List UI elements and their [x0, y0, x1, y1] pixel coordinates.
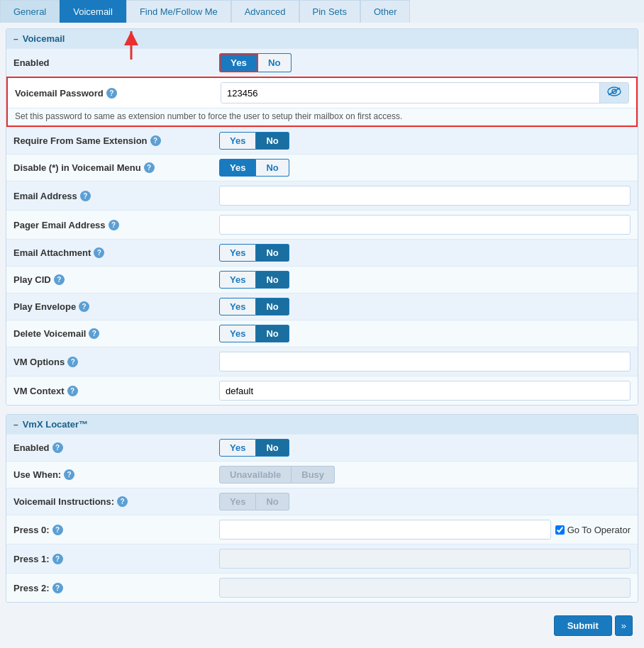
vmx-enabled-help-icon[interactable]: ? — [52, 442, 63, 453]
disable-star-value: Yes No — [219, 159, 631, 177]
disable-star-yes-btn[interactable]: Yes — [219, 159, 256, 177]
tab-advanced[interactable]: Advanced — [231, 0, 299, 23]
press0-help-icon[interactable]: ? — [52, 525, 63, 535]
password-input[interactable] — [221, 83, 599, 103]
instructions-no-btn[interactable]: No — [256, 493, 289, 510]
main-content: – Voicemail Enabled Yes No Voicemail Pas… — [0, 23, 644, 646]
password-eye-button[interactable] — [599, 83, 628, 103]
play-cid-yes-btn[interactable]: Yes — [219, 271, 256, 289]
email-attach-help-icon[interactable]: ? — [94, 247, 104, 258]
voicemail-section-title: Voicemail — [23, 33, 65, 44]
email-help-icon[interactable]: ? — [80, 191, 91, 201]
email-row: Email Address ? — [6, 181, 638, 210]
vm-options-help-icon[interactable]: ? — [67, 357, 78, 367]
press2-input[interactable] — [219, 578, 631, 598]
vm-options-row: VM Options ? — [6, 347, 638, 376]
instructions-label: Voicemail Instructions: ? — [13, 496, 219, 507]
vm-context-help-icon[interactable]: ? — [67, 386, 78, 396]
vmx-collapse-icon[interactable]: – — [13, 420, 18, 430]
require-toggle: Yes No — [219, 132, 289, 150]
require-row: Require From Same Extension ? Yes No — [6, 127, 638, 154]
play-envelope-no-btn[interactable]: No — [256, 298, 289, 315]
vm-context-input[interactable] — [219, 381, 631, 401]
email-attach-no-btn[interactable]: No — [256, 244, 289, 262]
disable-star-row: Disable (*) in Voicemail Menu ? Yes No — [6, 154, 638, 181]
disable-star-toggle: Yes No — [219, 159, 289, 177]
tab-findme[interactable]: Find Me/Follow Me — [126, 0, 231, 23]
instructions-help-icon[interactable]: ? — [117, 496, 128, 507]
use-when-row: Use When: ? Unavailable Busy — [6, 461, 638, 488]
email-input[interactable] — [219, 186, 631, 206]
play-envelope-toggle: Yes No — [219, 298, 289, 315]
play-cid-toggle: Yes No — [219, 271, 289, 289]
delete-vm-no-btn[interactable]: No — [256, 325, 289, 342]
go-to-operator-text: Go To Operator — [567, 525, 631, 535]
press2-label: Press 2: ? — [13, 583, 219, 593]
play-envelope-value: Yes No — [219, 298, 631, 315]
disable-star-help-icon[interactable]: ? — [144, 162, 155, 173]
email-attach-yes-btn[interactable]: Yes — [219, 244, 256, 262]
use-when-busy-btn[interactable]: Busy — [292, 466, 335, 484]
disable-star-no-btn[interactable]: No — [256, 159, 289, 177]
password-value-area — [221, 82, 629, 104]
go-to-operator-label: Go To Operator — [555, 525, 631, 535]
password-help-icon[interactable]: ? — [106, 88, 117, 99]
press1-help-icon[interactable]: ? — [52, 554, 63, 564]
require-help-icon[interactable]: ? — [150, 135, 161, 146]
instructions-value: Yes No — [219, 493, 631, 510]
delete-vm-row: Delete Voicemail ? Yes No — [6, 320, 638, 347]
tab-other[interactable]: Other — [360, 0, 411, 23]
press0-label: Press 0: ? — [13, 525, 219, 535]
pager-input[interactable] — [219, 215, 631, 235]
enabled-row: Enabled Yes No — [6, 48, 638, 77]
tab-general[interactable]: General — [0, 0, 60, 23]
vm-options-value — [219, 352, 631, 372]
play-cid-no-btn[interactable]: No — [256, 271, 289, 289]
play-envelope-help-icon[interactable]: ? — [79, 301, 89, 312]
vmx-enabled-value: Yes No — [219, 439, 631, 457]
vmx-enabled-yes-btn[interactable]: Yes — [219, 439, 256, 457]
instructions-yes-btn[interactable]: Yes — [219, 493, 256, 510]
require-no-btn[interactable]: No — [256, 132, 289, 150]
delete-vm-yes-btn[interactable]: Yes — [219, 325, 256, 342]
delete-vm-value: Yes No — [219, 325, 631, 342]
use-when-label: Use When: ? — [13, 469, 219, 480]
vmx-enabled-no-btn[interactable]: No — [256, 439, 289, 457]
submit-area: Submit » — [6, 611, 638, 640]
vmx-enabled-label: Enabled ? — [13, 442, 219, 453]
enabled-no-button[interactable]: No — [258, 53, 292, 72]
vm-options-input[interactable] — [219, 352, 631, 372]
enabled-yes-button[interactable]: Yes — [219, 53, 258, 72]
vm-context-value — [219, 381, 631, 401]
play-cid-label: Play CID ? — [13, 274, 219, 285]
require-yes-btn[interactable]: Yes — [219, 132, 256, 150]
pager-help-icon[interactable]: ? — [109, 220, 119, 230]
press0-value: Go To Operator — [219, 520, 631, 540]
use-when-help-icon[interactable]: ? — [64, 469, 74, 480]
press2-help-icon[interactable]: ? — [52, 583, 63, 593]
press1-input[interactable] — [219, 549, 631, 569]
delete-vm-help-icon[interactable]: ? — [89, 328, 99, 339]
play-cid-value: Yes No — [219, 271, 631, 289]
go-to-operator-checkbox[interactable] — [555, 525, 565, 535]
collapse-icon[interactable]: – — [13, 34, 18, 44]
tab-voicemail[interactable]: Voicemail — [60, 0, 126, 23]
press0-input[interactable] — [219, 520, 551, 540]
email-attach-value: Yes No — [219, 244, 631, 262]
password-row: Voicemail Password ? — [8, 78, 636, 108]
tab-pinsets[interactable]: Pin Sets — [299, 0, 360, 23]
play-envelope-yes-btn[interactable]: Yes — [219, 298, 256, 315]
require-value: Yes No — [219, 132, 631, 150]
press1-row: Press 1: ? — [6, 544, 638, 573]
submit-button[interactable]: Submit — [554, 615, 612, 636]
require-label: Require From Same Extension ? — [13, 135, 219, 146]
delete-vm-toggle: Yes No — [219, 325, 289, 342]
use-when-unavailable-btn[interactable]: Unavailable — [219, 466, 292, 484]
press1-label: Press 1: ? — [13, 554, 219, 564]
use-when-toggle: Unavailable Busy — [219, 466, 335, 484]
voicemail-section: – Voicemail Enabled Yes No Voicemail Pas… — [6, 28, 638, 406]
use-when-value: Unavailable Busy — [219, 466, 631, 484]
arrows-button[interactable]: » — [615, 615, 633, 636]
email-label: Email Address ? — [13, 191, 219, 201]
play-cid-help-icon[interactable]: ? — [54, 274, 65, 285]
